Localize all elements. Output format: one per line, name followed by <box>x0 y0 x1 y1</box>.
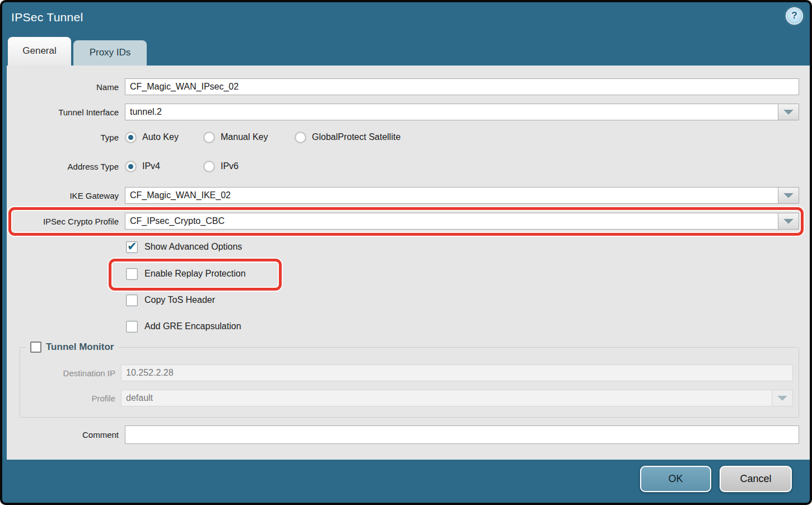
destination-ip-label: Destination IP <box>26 368 115 378</box>
dialog-footer: OK Cancel <box>2 455 810 503</box>
ipv4-label: IPv4 <box>142 161 160 171</box>
enable-replay-protection-label: Enable Replay Protection <box>144 269 246 279</box>
enable-replay-protection-row: Enable Replay Protection <box>126 268 809 280</box>
type-label: Type <box>7 133 119 142</box>
tunnel-interface-dropdown-button[interactable] <box>778 104 799 120</box>
comment-label: Comment <box>7 430 119 439</box>
address-type-label: Address Type <box>7 162 119 171</box>
ipsec-crypto-profile-label: IPSec Crypto Profile <box>7 217 119 226</box>
ipsec-tunnel-dialog: IPSec Tunnel ? General Proxy IDs Name Tu… <box>0 0 812 505</box>
manual-key-radio[interactable] <box>203 132 215 143</box>
enable-replay-protection-checkbox[interactable] <box>126 268 138 280</box>
auto-key-radio[interactable] <box>125 132 137 143</box>
show-advanced-options-label: Show Advanced Options <box>144 242 242 252</box>
ipsec-crypto-profile-input[interactable] <box>125 213 778 230</box>
type-option-manual-key: Manual Key <box>203 132 295 143</box>
tunnel-monitor-legend: Tunnel Monitor <box>26 342 119 353</box>
destination-ip-row: Destination IP <box>26 364 793 381</box>
add-gre-encapsulation-label: Add GRE Encapsulation <box>144 321 241 331</box>
tab-bar: General Proxy IDs <box>8 37 147 66</box>
add-gre-encapsulation-checkbox[interactable] <box>126 321 138 333</box>
ipv6-label: IPv6 <box>221 161 239 171</box>
show-advanced-options-row: Show Advanced Options <box>126 241 809 253</box>
tunnel-monitor-checkbox[interactable] <box>30 342 41 353</box>
name-input[interactable] <box>125 78 799 95</box>
chevron-down-icon <box>783 110 794 115</box>
tab-general[interactable]: General <box>8 37 71 66</box>
tunnel-monitor-fieldset: Tunnel Monitor Destination IP Profile <box>20 347 799 418</box>
cancel-button[interactable]: Cancel <box>720 466 792 492</box>
name-label: Name <box>7 82 119 92</box>
tunnel-interface-row: Tunnel Interface <box>7 104 799 120</box>
destination-ip-input <box>121 364 793 381</box>
ike-gateway-label: IKE Gateway <box>7 191 119 200</box>
address-type-row: Address Type IPv4 IPv6 <box>7 160 799 172</box>
ok-button[interactable]: OK <box>640 466 711 492</box>
comment-row: Comment <box>7 425 799 444</box>
ipsec-crypto-profile-row: IPSec Crypto Profile <box>7 213 799 230</box>
general-tab-panel: Name Tunnel Interface Type Auto Key <box>7 66 810 460</box>
chevron-down-icon <box>783 193 794 198</box>
monitor-profile-dropdown-button <box>772 390 793 406</box>
type-row: Type Auto Key Manual Key GlobalProtect S… <box>7 131 799 143</box>
name-row: Name <box>7 78 799 95</box>
show-advanced-options-checkbox[interactable] <box>126 241 138 253</box>
tab-proxy-ids[interactable]: Proxy IDs <box>73 40 147 66</box>
type-option-auto-key: Auto Key <box>125 132 203 143</box>
monitor-profile-row: Profile <box>26 390 793 406</box>
copy-tos-header-label: Copy ToS Header <box>144 295 215 305</box>
monitor-profile-label: Profile <box>26 394 115 403</box>
ike-gateway-input[interactable] <box>125 187 778 204</box>
copy-tos-header-row: Copy ToS Header <box>126 294 809 306</box>
comment-input[interactable] <box>125 425 799 444</box>
ipv6-radio[interactable] <box>203 161 215 172</box>
help-icon[interactable]: ? <box>787 8 802 24</box>
tunnel-monitor-label: Tunnel Monitor <box>46 342 114 353</box>
chevron-down-icon <box>783 219 794 224</box>
ike-gateway-row: IKE Gateway <box>7 187 799 204</box>
tunnel-interface-input[interactable] <box>125 104 778 120</box>
address-type-option-ipv6: IPv6 <box>203 161 239 172</box>
auto-key-label: Auto Key <box>142 132 179 142</box>
copy-tos-header-checkbox[interactable] <box>126 294 138 306</box>
tunnel-interface-label: Tunnel Interface <box>7 107 119 117</box>
manual-key-label: Manual Key <box>221 132 268 142</box>
globalprotect-satellite-radio[interactable] <box>295 132 306 143</box>
ipsec-crypto-profile-dropdown-button[interactable] <box>778 213 799 230</box>
monitor-profile-input <box>121 390 772 406</box>
ipv4-radio[interactable] <box>125 161 137 172</box>
type-option-globalprotect-satellite: GlobalProtect Satellite <box>295 132 400 143</box>
globalprotect-satellite-label: GlobalProtect Satellite <box>312 132 400 142</box>
address-type-option-ipv4: IPv4 <box>125 161 203 172</box>
dialog-titlebar: IPSec Tunnel ? <box>2 2 810 37</box>
add-gre-encapsulation-row: Add GRE Encapsulation <box>126 320 809 333</box>
ike-gateway-dropdown-button[interactable] <box>778 187 799 204</box>
chevron-down-icon <box>777 396 787 401</box>
dialog-title: IPSec Tunnel <box>11 11 83 24</box>
